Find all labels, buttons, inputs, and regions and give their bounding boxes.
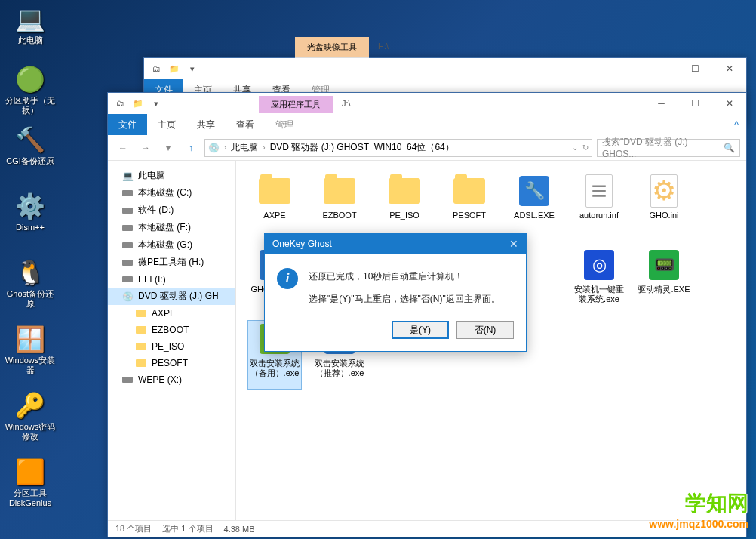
nav-item[interactable]: 本地磁盘 (F:) bbox=[108, 219, 235, 236]
nav-item[interactable]: WEPE (X:) bbox=[108, 371, 235, 388]
refresh-icon[interactable]: ↻ bbox=[582, 143, 589, 152]
breadcrumb-drive[interactable]: DVD 驱动器 (J:) GHOST_WIN10_64位（64） bbox=[270, 141, 454, 154]
chevron-down-icon[interactable]: ▾ bbox=[149, 96, 164, 111]
monitor-icon: 💻 bbox=[121, 170, 134, 182]
key-icon: 🔑 bbox=[15, 390, 45, 420]
tab-share[interactable]: 共享 bbox=[186, 114, 226, 135]
file-item[interactable]: ◎安装机一键重装系统.exe bbox=[573, 247, 625, 315]
quick-access-toolbar: 🗂 📁 ▾ bbox=[112, 96, 164, 111]
nav-this-pc[interactable]: 💻此电脑 bbox=[108, 167, 235, 184]
desktop-icon-password[interactable]: 🔑Windows密码修改 bbox=[4, 390, 57, 447]
disc-icon: 💿 bbox=[208, 143, 220, 153]
folder-icon[interactable]: 📁 bbox=[167, 61, 182, 76]
minimize-button[interactable]: ─ bbox=[644, 93, 678, 114]
tab-view[interactable]: 查看 bbox=[226, 114, 265, 135]
application-icon: 🔧 bbox=[516, 173, 552, 209]
disc-icon: 💿 bbox=[121, 291, 134, 303]
breadcrumb-root[interactable]: 此电脑 bbox=[231, 141, 258, 154]
search-icon: 🔍 bbox=[724, 143, 735, 153]
minimize-button[interactable]: ─ bbox=[644, 58, 678, 79]
file-item[interactable]: 📟驱动精灵.EXE bbox=[638, 247, 690, 315]
file-label: EZBOOT bbox=[322, 211, 356, 220]
nav-item-label: PE_ISO bbox=[152, 341, 184, 352]
document-icon: ≡ bbox=[581, 173, 617, 209]
maximize-button[interactable]: ☐ bbox=[678, 93, 712, 114]
titlebar[interactable]: 🗂 📁 ▾ ─ ☐ ✕ bbox=[144, 58, 746, 79]
drive-icon bbox=[121, 374, 134, 386]
file-label: 双击安装系统（推荐）.exe bbox=[313, 359, 366, 378]
nav-item[interactable]: EZBOOT bbox=[108, 322, 235, 338]
back-button[interactable]: ← bbox=[114, 139, 132, 157]
maximize-button[interactable]: ☐ bbox=[678, 58, 712, 79]
monitor-icon: 💻 bbox=[15, 4, 45, 34]
search-input[interactable]: 搜索"DVD 驱动器 (J:) GHOS... 🔍 bbox=[597, 139, 740, 157]
file-label: 安装机一键重装系统.exe bbox=[573, 285, 625, 304]
penguin-icon: 🐧 bbox=[15, 257, 45, 288]
nav-item-label: EZBOOT bbox=[152, 325, 189, 335]
chevron-right-icon: › bbox=[224, 143, 226, 152]
address-field[interactable]: 💿 › 此电脑 › DVD 驱动器 (J:) GHOST_WIN10_64位（6… bbox=[204, 139, 592, 157]
tab-home[interactable]: 主页 bbox=[147, 114, 186, 135]
folder-item[interactable]: AXPE bbox=[248, 173, 301, 241]
file-label: PE_ISO bbox=[389, 211, 419, 220]
file-item[interactable]: 🔧ADSL.EXE bbox=[508, 173, 561, 241]
gear-icon: ⚙️ bbox=[15, 191, 45, 221]
no-button[interactable]: 否(N) bbox=[456, 321, 514, 339]
close-button[interactable]: ✕ bbox=[712, 93, 746, 114]
dropdown-icon[interactable]: ⌄ bbox=[572, 143, 578, 152]
yes-button[interactable]: 是(Y) bbox=[392, 321, 449, 339]
folder-item[interactable]: PESOFT bbox=[443, 173, 496, 241]
document-icon: ⚙ bbox=[646, 173, 682, 209]
drive-icon bbox=[121, 273, 134, 285]
nav-item[interactable]: 微PE工具箱 (H:) bbox=[108, 254, 235, 271]
titlebar[interactable]: 🗂 📁 ▾ 应用程序工具 J:\ ─ ☐ ✕ bbox=[108, 93, 746, 114]
navigation-pane[interactable]: 💻此电脑 本地磁盘 (C:)软件 (D:)本地磁盘 (F:)本地磁盘 (G:)微… bbox=[108, 161, 236, 520]
file-item[interactable]: ≡autorun.inf bbox=[573, 173, 625, 241]
ribbon-tabs: 文件 主页 共享 查看 管理 ^ bbox=[108, 114, 746, 135]
path-hint: H:\ bbox=[378, 42, 389, 51]
file-label: PESOFT bbox=[453, 211, 486, 220]
desktop-icon-partition-assistant[interactable]: 🟢分区助手（无损） bbox=[4, 64, 57, 121]
forward-button[interactable]: → bbox=[137, 139, 155, 157]
close-icon[interactable]: ✕ bbox=[509, 238, 518, 250]
selection-size: 4.38 MB bbox=[224, 525, 255, 534]
nav-item-label: WEPE (X:) bbox=[138, 374, 182, 385]
folder-icon bbox=[135, 307, 147, 319]
nav-item-label: EFI (I:) bbox=[138, 274, 166, 285]
close-button[interactable]: ✕ bbox=[712, 58, 746, 79]
dialog-titlebar[interactable]: OneKey Ghost ✕ bbox=[265, 233, 526, 254]
nav-item[interactable]: 本地磁盘 (G:) bbox=[108, 236, 235, 254]
recent-button[interactable]: ▾ bbox=[159, 139, 177, 157]
file-label: ADSL.EXE bbox=[514, 211, 555, 220]
application-icon: 📟 bbox=[646, 247, 682, 283]
tab-file[interactable]: 文件 bbox=[108, 114, 147, 135]
folder-icon bbox=[386, 173, 423, 209]
disk-icon: 🟢 bbox=[15, 64, 45, 94]
desktop-icons: 💻此电脑 🟢分区助手（无损） 🔨CGI备份还原 ⚙️Dism++ 🐧Ghost备… bbox=[4, 4, 109, 517]
onekey-ghost-dialog: OneKey Ghost ✕ i 还原已完成，10秒后自动重启计算机！ 选择"是… bbox=[264, 233, 527, 352]
up-button[interactable]: ↑ bbox=[182, 139, 200, 157]
ribbon-expand-button[interactable]: ^ bbox=[727, 114, 746, 135]
watermark: 学知网 www.jmqz1000.com bbox=[649, 489, 748, 530]
tab-manage[interactable]: 管理 bbox=[265, 114, 304, 135]
desktop-icon-diskgenius[interactable]: 🟧分区工具DiskGenius bbox=[4, 457, 57, 513]
folder-item[interactable]: EZBOOT bbox=[313, 173, 366, 241]
nav-item[interactable]: PE_ISO bbox=[108, 338, 235, 355]
desktop-icon-cgi-backup[interactable]: 🔨CGI备份还原 bbox=[4, 125, 57, 181]
folder-icon[interactable]: 📁 bbox=[131, 96, 146, 111]
info-icon: i bbox=[277, 268, 298, 289]
nav-item[interactable]: AXPE bbox=[108, 305, 235, 322]
file-item[interactable]: ⚙GHO.ini bbox=[638, 173, 690, 241]
desktop-icon-win-installer[interactable]: 🪟Windows安装器 bbox=[4, 324, 57, 380]
nav-item[interactable]: EFI (I:) bbox=[108, 271, 235, 288]
nav-item[interactable]: 软件 (D:) bbox=[108, 202, 235, 219]
chevron-down-icon[interactable]: ▾ bbox=[185, 61, 200, 76]
nav-item[interactable]: 本地磁盘 (C:) bbox=[108, 184, 235, 202]
desktop-icon-dism[interactable]: ⚙️Dism++ bbox=[4, 191, 57, 248]
folder-item[interactable]: PE_ISO bbox=[378, 173, 431, 241]
desktop-icon-ghost[interactable]: 🐧Ghost备份还原 bbox=[4, 257, 57, 314]
desktop-icon-this-pc[interactable]: 💻此电脑 bbox=[4, 4, 57, 60]
nav-item[interactable]: PESOFT bbox=[108, 355, 235, 371]
nav-item-label: AXPE bbox=[152, 308, 176, 319]
nav-item[interactable]: 💿DVD 驱动器 (J:) GH bbox=[108, 288, 235, 305]
